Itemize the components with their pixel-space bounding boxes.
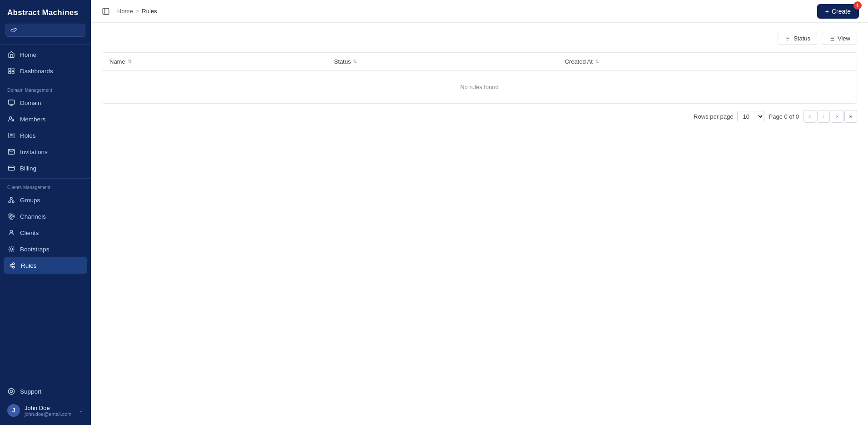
user-chevron-icon: ⌄ [79, 407, 84, 414]
svg-line-20 [11, 199, 13, 201]
clients-icon [7, 229, 15, 237]
divider-bottom [0, 381, 91, 381]
sidebar-item-roles-label: Roles [20, 132, 36, 139]
breadcrumb-home[interactable]: Home [117, 8, 133, 15]
sidebar-item-members-label: Members [20, 116, 45, 123]
svg-point-22 [9, 214, 13, 218]
divider-domain [0, 81, 91, 81]
sidebar-item-invitations[interactable]: Invitations [0, 144, 91, 160]
status-filter-label: Status [794, 35, 810, 42]
user-name: John Doe [25, 405, 74, 411]
name-sort-icon: ⇅ [128, 59, 132, 65]
created-at-sort-icon: ⇅ [595, 59, 599, 65]
invitations-icon [7, 148, 15, 156]
roles-icon [7, 131, 15, 140]
sidebar-item-roles[interactable]: Roles [0, 127, 91, 144]
svg-point-40 [10, 390, 12, 392]
user-email: john.doe@email.com [25, 411, 74, 417]
svg-rect-2 [9, 71, 11, 74]
sidebar-item-clients[interactable]: Clients [0, 225, 91, 241]
sidebar: Abstract Machines d2 Home Dashboards Dom… [0, 0, 91, 425]
sidebar-item-groups[interactable]: Groups [0, 192, 91, 208]
page-nav: « ‹ › » [804, 110, 857, 123]
create-button-wrap: 1 + Create [817, 4, 859, 19]
sidebar-item-bootstraps-label: Bootstraps [20, 246, 50, 253]
rows-per-page: Rows per page 10 25 50 100 [694, 111, 764, 122]
pagination-row: Rows per page 10 25 50 100 Page 0 of 0 «… [102, 104, 857, 125]
table-header-row: Name ⇅ Status ⇅ Created [102, 53, 857, 71]
page-next-button[interactable]: › [831, 110, 843, 123]
rows-per-page-select[interactable]: 10 25 50 100 [737, 111, 764, 122]
status-sort[interactable]: Status ⇅ [334, 58, 357, 65]
svg-line-43 [9, 393, 10, 394]
status-filter-button[interactable]: Status [778, 32, 817, 45]
col-status[interactable]: Status ⇅ [327, 53, 558, 71]
svg-rect-4 [8, 100, 14, 104]
svg-point-18 [12, 201, 14, 203]
svg-rect-14 [8, 166, 14, 170]
divider-clients [0, 178, 91, 179]
sidebar-item-clients-label: Clients [20, 230, 39, 236]
page-last-button[interactable]: » [844, 110, 857, 123]
col-created-at[interactable]: Created At ⇅ [557, 53, 857, 71]
created-at-sort[interactable]: Created At ⇅ [565, 58, 599, 65]
sidebar-item-support[interactable]: Support [0, 383, 91, 400]
col-created-at-label: Created At [565, 58, 592, 65]
svg-rect-3 [12, 71, 14, 74]
sidebar-item-rules[interactable]: Rules [4, 257, 87, 274]
svg-line-29 [13, 250, 14, 251]
svg-rect-0 [9, 68, 11, 70]
topbar-actions: 1 + Create [817, 4, 859, 19]
sidebar-item-dashboards[interactable]: Dashboards [0, 63, 91, 79]
app-logo: Abstract Machines [0, 0, 91, 24]
svg-point-7 [9, 117, 11, 119]
empty-row: No rules found [102, 71, 857, 104]
sidebar-toggle-button[interactable] [100, 5, 112, 17]
svg-point-25 [10, 248, 12, 250]
create-button[interactable]: + Create [817, 4, 859, 19]
svg-rect-1 [12, 68, 14, 70]
page-prev-button[interactable]: ‹ [817, 110, 830, 123]
view-button[interactable]: View [822, 32, 857, 45]
sidebar-item-channels[interactable]: Channels [0, 208, 91, 225]
sidebar-item-invitations-label: Invitations [20, 149, 48, 155]
name-sort[interactable]: Name ⇅ [109, 58, 132, 65]
user-profile[interactable]: J John Doe john.doe@email.com ⌄ [0, 400, 91, 421]
svg-line-41 [9, 389, 10, 390]
svg-line-37 [12, 264, 12, 265]
breadcrumb-separator: > [136, 8, 139, 15]
env-selector[interactable]: d2 [5, 24, 85, 37]
channels-icon [7, 212, 15, 220]
view-icon [828, 35, 835, 42]
sidebar-item-rules-label: Rules [21, 262, 37, 269]
svg-point-21 [10, 215, 12, 217]
rules-table-wrap: Name ⇅ Status ⇅ Created [102, 52, 857, 104]
create-button-label: Create [832, 8, 851, 15]
col-name[interactable]: Name ⇅ [102, 53, 327, 71]
breadcrumb-current: Rules [142, 8, 157, 15]
sidebar-item-domain-label: Domain [20, 100, 41, 106]
sidebar-item-billing[interactable]: Billing [0, 160, 91, 176]
svg-rect-45 [103, 8, 109, 15]
svg-point-16 [10, 197, 12, 199]
env-selector-wrap: d2 [0, 24, 91, 42]
support-icon [7, 387, 15, 395]
domain-icon [7, 99, 15, 107]
svg-line-33 [13, 247, 14, 248]
sidebar-item-dashboards-label: Dashboards [20, 68, 53, 75]
page-info: Page 0 of 0 [769, 113, 799, 120]
svg-line-38 [12, 266, 12, 267]
user-info: John Doe john.doe@email.com [25, 405, 74, 417]
sidebar-item-bootstraps[interactable]: Bootstraps [0, 241, 91, 257]
svg-point-34 [10, 265, 12, 266]
page-body: Status View Name ⇅ [91, 23, 868, 425]
billing-icon [7, 164, 15, 172]
topbar: Home > Rules 1 + Create [91, 0, 868, 23]
sidebar-item-billing-label: Billing [20, 165, 36, 172]
sidebar-item-home[interactable]: Home [0, 46, 91, 63]
sidebar-item-members[interactable]: Members [0, 111, 91, 127]
notification-badge: 1 [853, 1, 862, 10]
page-first-button[interactable]: « [804, 110, 816, 123]
dashboards-icon [7, 67, 15, 75]
sidebar-item-domain[interactable]: Domain [0, 95, 91, 111]
